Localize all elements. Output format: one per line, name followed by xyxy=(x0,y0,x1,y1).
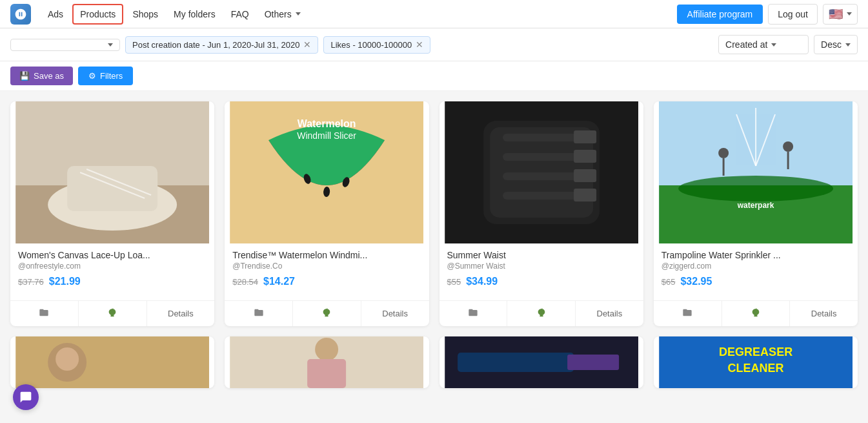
svg-point-31 xyxy=(783,141,793,152)
filters-label: Filters xyxy=(100,71,123,81)
folder-icon xyxy=(254,307,264,320)
chevron-down-icon xyxy=(771,43,776,46)
product-shop: @onfreestyle.com xyxy=(18,262,207,271)
svg-rect-35 xyxy=(15,336,209,388)
date-filter-tag: Post creation date - Jun 1, 2020-Jul 31,… xyxy=(125,36,318,54)
product-card-partial: DEGREASER CLEANER xyxy=(654,336,858,388)
navbar: Ads Products Shops My folders FAQ Others… xyxy=(0,0,868,28)
svg-rect-15 xyxy=(503,134,580,141)
svg-rect-20 xyxy=(574,150,596,163)
shopify-button[interactable] xyxy=(722,301,791,326)
folder-button[interactable] xyxy=(10,301,79,326)
product-image-partial xyxy=(225,336,429,388)
logout-button[interactable]: Log out xyxy=(768,4,818,25)
filter-bar: Post creation date - Jun 1, 2020-Jul 31,… xyxy=(0,28,868,61)
price-sale: $21.99 xyxy=(49,276,81,287)
product-image-partial xyxy=(439,336,643,388)
nav-ads[interactable]: Ads xyxy=(41,5,70,23)
svg-text:Watermelon: Watermelon xyxy=(298,118,356,129)
language-selector[interactable]: 🇺🇸 xyxy=(823,4,858,25)
svg-rect-42 xyxy=(458,353,574,372)
filters-button[interactable]: ⚙ Filters xyxy=(78,67,133,85)
product-shop: @Summer Waist xyxy=(447,262,636,271)
products-grid-bottom: DEGREASER CLEANER xyxy=(10,336,858,388)
shopify-button[interactable] xyxy=(507,301,576,326)
product-info: Trampoline Water Sprinkler ... @ziggerd.… xyxy=(654,243,858,300)
details-button[interactable]: Details xyxy=(147,302,215,325)
chevron-down-icon xyxy=(847,12,852,15)
action-bar: 💾 Save as ⚙ Filters xyxy=(0,61,868,91)
shopify-button[interactable] xyxy=(293,301,361,326)
folder-button[interactable] xyxy=(225,301,293,326)
filter-icon: ⚙ xyxy=(88,71,96,81)
product-card-partial xyxy=(225,336,429,388)
logo[interactable] xyxy=(10,4,31,25)
details-button[interactable]: Details xyxy=(790,302,858,325)
svg-text:Windmill Slicer: Windmill Slicer xyxy=(297,130,356,141)
product-actions: Details xyxy=(439,300,643,326)
product-card-partial xyxy=(10,336,214,388)
price-sale: $32.95 xyxy=(680,276,712,287)
shopify-button[interactable] xyxy=(79,301,147,326)
product-shop: @ziggerd.com xyxy=(661,262,850,271)
likes-filter-tag: Likes - 10000-100000 ✕ xyxy=(323,36,430,54)
likes-filter-close[interactable]: ✕ xyxy=(416,40,423,49)
svg-text:waterpark: waterpark xyxy=(737,201,774,210)
product-image: Watermelon Windmill Slicer xyxy=(225,101,429,243)
svg-point-29 xyxy=(718,148,729,158)
folder-icon xyxy=(682,307,692,320)
save-as-button[interactable]: 💾 Save as xyxy=(10,67,73,85)
product-info: Trendise™ Watermelon Windmi... @Trendise… xyxy=(225,243,429,300)
product-image xyxy=(439,101,643,243)
price-original: $37.76 xyxy=(18,277,44,287)
price-original: $55 xyxy=(447,277,461,287)
details-label: Details xyxy=(597,309,623,318)
details-label: Details xyxy=(168,309,194,318)
sort-dropdown[interactable]: Created at xyxy=(718,35,809,54)
product-image-partial: DEGREASER CLEANER xyxy=(654,336,858,388)
nav-others[interactable]: Others xyxy=(258,5,307,23)
product-title: Trendise™ Watermelon Windmi... xyxy=(232,250,421,260)
product-actions: Details xyxy=(654,300,858,326)
details-button[interactable]: Details xyxy=(576,302,643,325)
details-button[interactable]: Details xyxy=(361,302,429,325)
nav-products[interactable]: Products xyxy=(72,4,123,25)
product-actions: Details xyxy=(10,300,214,326)
date-filter-close[interactable]: ✕ xyxy=(303,40,311,49)
sort-order-dropdown[interactable]: Desc xyxy=(814,35,858,54)
sort-order-label: Desc xyxy=(821,39,842,50)
svg-text:DEGREASER: DEGREASER xyxy=(719,346,792,358)
product-price: $55 $34.99 xyxy=(447,276,636,287)
price-sale: $14.27 xyxy=(263,276,295,287)
product-title: Trampoline Water Sprinkler ... xyxy=(661,250,850,260)
product-shop: @Trendise.Co xyxy=(232,262,421,271)
save-as-label: Save as xyxy=(34,71,64,81)
chevron-down-icon xyxy=(108,43,113,46)
svg-text:CLEANER: CLEANER xyxy=(727,362,783,375)
price-original: $65 xyxy=(661,277,676,287)
product-info: Summer Waist @Summer Waist $55 $34.99 xyxy=(439,243,643,300)
nav-faq[interactable]: FAQ xyxy=(225,5,256,23)
nav-my-folders[interactable]: My folders xyxy=(167,5,222,23)
affiliate-program-button[interactable]: Affiliate program xyxy=(677,5,763,24)
shopify-icon xyxy=(107,307,117,320)
folder-icon xyxy=(39,307,49,320)
product-info: Women's Canvas Lace-Up Loa... @onfreesty… xyxy=(10,243,214,300)
svg-rect-17 xyxy=(503,172,580,180)
svg-rect-16 xyxy=(503,153,580,161)
details-label: Details xyxy=(811,309,837,318)
main-filter-dropdown[interactable] xyxy=(10,39,120,51)
product-actions: Details xyxy=(225,300,429,326)
folder-button[interactable] xyxy=(654,301,722,326)
product-price: $28.54 $14.27 xyxy=(232,276,421,287)
svg-rect-21 xyxy=(574,169,596,182)
nav-items: Ads Products Shops My folders FAQ Others xyxy=(41,4,677,25)
svg-rect-22 xyxy=(574,189,596,201)
nav-shops[interactable]: Shops xyxy=(126,5,165,23)
date-filter-label: Post creation date - Jun 1, 2020-Jul 31,… xyxy=(132,40,299,50)
svg-point-39 xyxy=(315,338,338,361)
folder-button[interactable] xyxy=(439,301,508,326)
chevron-down-icon xyxy=(845,43,851,46)
product-price: $37.76 $21.99 xyxy=(18,276,207,287)
svg-point-37 xyxy=(56,347,79,371)
